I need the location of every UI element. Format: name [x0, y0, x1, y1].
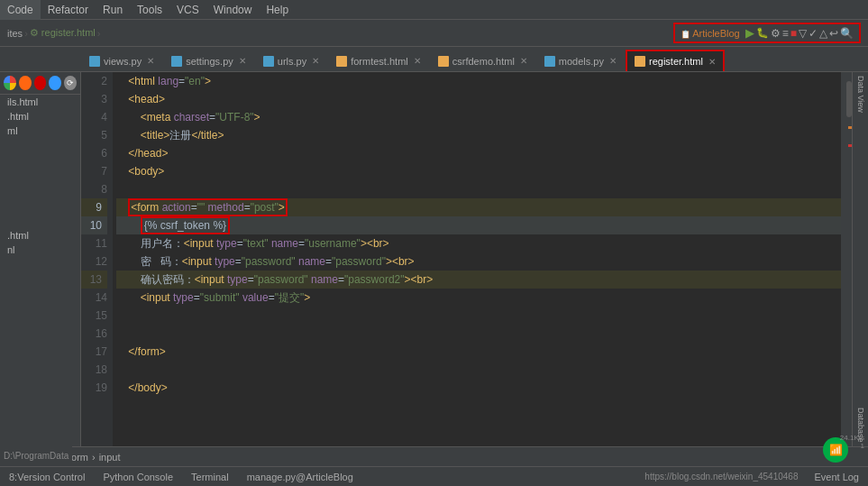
- python-console-tab[interactable]: Python Console: [94, 467, 182, 487]
- firefox-icon[interactable]: [19, 76, 32, 90]
- manage-tab[interactable]: manage.py@ArticleBlog: [238, 467, 362, 487]
- project-path: ites: [7, 28, 23, 39]
- event-log-tab[interactable]: Event Log: [805, 467, 868, 487]
- code-line-17: </form>: [116, 343, 841, 361]
- data-size-indicator: 24.1K/s 1: [840, 434, 864, 450]
- bottom-tabs: 8:Version Control Python Console Termina…: [0, 466, 868, 486]
- code-line-10: {% csrf_token %}: [116, 216, 841, 234]
- tab-models[interactable]: models.py ✕: [536, 50, 625, 71]
- right-panel: Data View Database: [852, 72, 868, 446]
- chrome-icon[interactable]: [4, 76, 16, 90]
- path-status: D:\ProgramData: [0, 446, 72, 466]
- icon2[interactable]: ≡: [782, 27, 789, 40]
- code-line-9: <form action="" method="post">: [116, 198, 841, 216]
- tab-csrfdemo[interactable]: csrfdemo.html ✕: [430, 50, 535, 71]
- data-view-panel[interactable]: Data View: [854, 72, 867, 116]
- sidebar: ⟳ ils.html .html ml .html nl: [0, 72, 81, 446]
- tab-close-csrfdemo[interactable]: ✕: [520, 56, 527, 66]
- file-breadcrumb: ⚙ register.html: [30, 27, 96, 39]
- code-line-3: <head>: [116, 90, 841, 108]
- code-line-7: <body>: [116, 162, 841, 180]
- opera-icon[interactable]: [34, 76, 47, 90]
- terminal-tab[interactable]: Terminal: [182, 467, 238, 487]
- toolbar: ites › ⚙ register.html › 📋 ArticleBlog ▶…: [0, 20, 868, 47]
- url-status: https://blog.csdn.net/weixin_45410468: [644, 472, 805, 481]
- tab-close-settings[interactable]: ✕: [239, 56, 246, 66]
- icon5[interactable]: △: [819, 27, 827, 40]
- tab-close-formtest[interactable]: ✕: [414, 56, 421, 66]
- browser-icon4[interactable]: [49, 76, 61, 90]
- breadcrumb-sep3: ›: [92, 452, 96, 463]
- code-line-12: 密 码：<input type="password" name="passwor…: [116, 252, 841, 271]
- code-line-8: [116, 180, 841, 198]
- code-line-4: <meta charset="UTF-8">: [116, 108, 841, 126]
- code-line-6: </head>: [116, 144, 841, 162]
- menu-window[interactable]: Window: [206, 0, 260, 20]
- code-line-14: <input type="submit" value="提交">: [116, 289, 841, 307]
- code-line-19: </body>: [116, 379, 841, 397]
- code-content: <html lang="en"> <head> <meta charset="U…: [113, 72, 841, 446]
- tab-close-register[interactable]: ✕: [708, 57, 716, 67]
- sidebar-item-2[interactable]: ml: [0, 124, 80, 138]
- toolbar-icons: ⚙ ≡ ■ ▽ ✓ △ ↩ 🔍: [771, 27, 854, 40]
- run-icon[interactable]: ▶: [745, 26, 754, 40]
- version-control-tab[interactable]: 8:Version Control: [0, 467, 94, 487]
- menu-help[interactable]: Help: [259, 0, 296, 20]
- sidebar-item-4[interactable]: nl: [0, 243, 80, 257]
- menu-run[interactable]: Run: [96, 0, 130, 20]
- icon4[interactable]: ✓: [809, 27, 818, 40]
- tab-close-models[interactable]: ✕: [609, 56, 617, 66]
- line-numbers: 2 3 4 5 6 7 8 9 10 11 12 13 14 15 16 17: [81, 72, 113, 446]
- tab-close-views[interactable]: ✕: [147, 56, 154, 66]
- code-line-15: [116, 307, 841, 325]
- menu-tools[interactable]: Tools: [130, 0, 169, 20]
- icon1[interactable]: ⚙: [771, 27, 781, 40]
- code-line-18: [116, 361, 841, 379]
- tab-urls[interactable]: urls.py ✕: [255, 50, 327, 71]
- tab-settings[interactable]: settings.py ✕: [163, 50, 254, 71]
- stop-icon[interactable]: ■: [790, 27, 797, 40]
- tabs-bar: views.py ✕ settings.py ✕ urls.py ✕ formt…: [0, 47, 868, 72]
- code-editor: 2 3 4 5 6 7 8 9 10 11 12 13 14 15 16 17: [81, 72, 868, 446]
- icon6[interactable]: ↩: [829, 27, 838, 40]
- tab-close-urls[interactable]: ✕: [312, 56, 319, 66]
- code-line-2: <html lang="en">: [116, 72, 841, 90]
- icon3[interactable]: ▽: [799, 27, 807, 40]
- code-line-5: <title>注册</title>: [116, 126, 841, 144]
- menu-refactor[interactable]: Refactor: [41, 0, 96, 20]
- sidebar-item-1[interactable]: .html: [0, 109, 80, 124]
- project-name-label: 📋 ArticleBlog: [681, 28, 740, 39]
- debug-icon[interactable]: 🐛: [756, 27, 769, 39]
- tab-views[interactable]: views.py ✕: [81, 50, 162, 71]
- icon7[interactable]: 🔍: [840, 27, 854, 40]
- browser-icon5[interactable]: ⟳: [64, 76, 77, 90]
- breadcrumb-bar: html › body › form › input: [0, 446, 868, 466]
- menu-code[interactable]: Code: [0, 0, 41, 20]
- menubar: Code Refactor Run Tools VCS Window Help: [0, 0, 868, 20]
- code-line-13: 确认密码：<input type="password" name="passwo…: [116, 271, 841, 289]
- code-line-11: 用户名：<input type="text" name="username"><…: [116, 234, 841, 252]
- code-line-16: [116, 325, 841, 343]
- tab-register[interactable]: register.html ✕: [626, 50, 725, 71]
- breadcrumb-input[interactable]: input: [99, 452, 121, 463]
- tab-formtest[interactable]: formtest.html ✕: [328, 50, 429, 71]
- scrollbar[interactable]: [841, 72, 852, 446]
- menu-vcs[interactable]: VCS: [169, 0, 206, 20]
- sidebar-item-0[interactable]: ils.html: [0, 95, 80, 109]
- sidebar-item-3[interactable]: .html: [0, 228, 80, 243]
